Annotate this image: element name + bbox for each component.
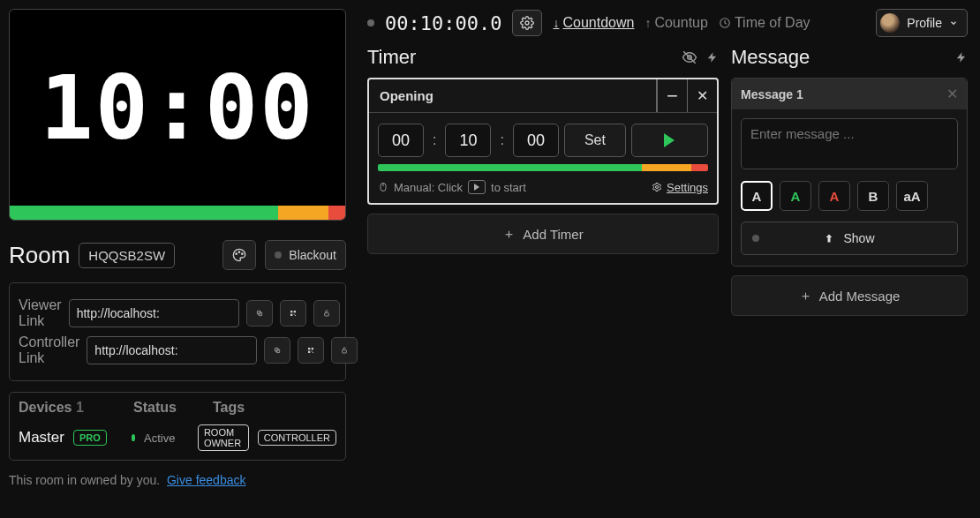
- profile-button[interactable]: Profile: [876, 9, 968, 37]
- lock-controller-link-button[interactable]: [331, 337, 358, 364]
- svg-rect-6: [293, 311, 295, 312]
- settings-button[interactable]: [512, 10, 542, 36]
- bolt-icon: [706, 50, 719, 64]
- mouse-icon: [378, 181, 388, 193]
- set-button[interactable]: Set: [564, 124, 626, 157]
- mode-countup[interactable]: ↑Countup: [645, 15, 708, 31]
- message-panel-title: Message: [731, 46, 810, 69]
- svg-point-25: [656, 186, 659, 189]
- plus-icon: ＋: [502, 226, 516, 243]
- unlock-icon: [323, 307, 330, 319]
- svg-rect-5: [290, 311, 292, 312]
- timer-name[interactable]: Opening: [369, 79, 657, 112]
- close-icon: ✕: [697, 87, 708, 104]
- timer-card: Opening − ✕ 00 : 10 : 00 Set: [367, 78, 719, 205]
- arrow-down-icon: ↓: [553, 16, 559, 30]
- timer-seconds-input[interactable]: 00: [513, 124, 559, 157]
- device-tag: CONTROLLER: [258, 430, 336, 446]
- close-timer-button[interactable]: ✕: [687, 79, 717, 112]
- preview-progress-bar: [10, 206, 345, 220]
- qr-controller-link-button[interactable]: [298, 337, 324, 364]
- svg-point-2: [242, 253, 243, 254]
- show-message-button[interactable]: Show: [741, 221, 958, 255]
- copy-icon: [274, 344, 281, 357]
- svg-rect-13: [308, 348, 310, 349]
- status-header: Status: [133, 400, 186, 416]
- device-tag: ROOM OWNER: [198, 424, 249, 451]
- devices-box: Devices 1 Status Tags Master PRO Active …: [9, 392, 346, 461]
- play-button[interactable]: [631, 124, 708, 157]
- mode-time-of-day[interactable]: Time of Day: [719, 15, 810, 31]
- footer-note: This room in owned by you. Give feedback: [9, 473, 346, 487]
- message-textarea[interactable]: [741, 118, 958, 169]
- status-dot: [275, 251, 282, 259]
- close-message-button[interactable]: ✕: [946, 86, 958, 102]
- message-flash-button[interactable]: [955, 50, 968, 64]
- clock-icon: [719, 17, 731, 29]
- copy-viewer-link-button[interactable]: [246, 300, 273, 327]
- color-palette-button[interactable]: [222, 240, 256, 270]
- preview-time: 10:00: [10, 10, 345, 206]
- gear-icon: [520, 16, 534, 30]
- arrow-up-icon: ↑: [645, 16, 651, 30]
- device-row: Master PRO Active ROOM OWNER CONTROLLER: [19, 424, 336, 451]
- avatar: [880, 13, 900, 33]
- timer-settings-link[interactable]: Settings: [652, 181, 708, 194]
- flash-button[interactable]: [706, 50, 719, 64]
- text-color-red-button[interactable]: A: [818, 181, 850, 211]
- svg-rect-18: [343, 350, 347, 353]
- viewer-link-label: Viewer Link: [19, 297, 62, 329]
- timer-hours-input[interactable]: 00: [378, 124, 424, 157]
- svg-rect-14: [312, 348, 313, 349]
- blackout-label: Blackout: [289, 248, 336, 262]
- plus-icon: ＋: [799, 288, 812, 304]
- svg-point-19: [525, 21, 529, 25]
- palette-icon: [232, 248, 246, 262]
- copy-controller-link-button[interactable]: [264, 337, 290, 364]
- copy-icon: [256, 307, 263, 319]
- devices-count: 1: [76, 400, 84, 415]
- unlock-icon: [341, 344, 348, 357]
- topbar-time: 00:10:00.0: [385, 12, 501, 34]
- mode-countdown[interactable]: ↓Countdown: [553, 15, 634, 31]
- text-color-white-button[interactable]: A: [741, 181, 773, 211]
- links-box: Viewer Link Controller Link: [9, 282, 346, 381]
- pro-badge: PRO: [73, 430, 107, 446]
- svg-rect-16: [312, 351, 313, 352]
- qr-viewer-link-button[interactable]: [280, 300, 306, 327]
- svg-point-1: [239, 251, 240, 252]
- bolt-icon: [955, 50, 968, 64]
- viewer-link-input[interactable]: [69, 299, 239, 327]
- visibility-toggle-button[interactable]: [682, 49, 697, 65]
- svg-rect-17: [313, 352, 313, 353]
- svg-point-0: [236, 253, 237, 254]
- arrow-up-icon: [824, 232, 834, 244]
- message-card: Message 1 ✕ A A A B aA Show: [731, 78, 968, 267]
- uppercase-button[interactable]: aA: [896, 181, 928, 211]
- play-icon: [664, 133, 675, 147]
- minimize-timer-button[interactable]: −: [657, 79, 687, 112]
- status-dot: [752, 235, 759, 242]
- blackout-button[interactable]: Blackout: [265, 240, 346, 270]
- device-name: Master: [19, 429, 64, 447]
- active-dot-icon: [132, 434, 135, 441]
- text-color-green-button[interactable]: A: [780, 181, 811, 211]
- device-status: Active: [144, 432, 175, 445]
- message-name[interactable]: Message 1: [741, 87, 803, 101]
- add-timer-button[interactable]: ＋ Add Timer: [367, 214, 719, 254]
- svg-rect-15: [308, 351, 310, 353]
- timer-panel-title: Timer: [367, 46, 416, 69]
- manual-hint: Manual: Click to start: [378, 180, 526, 194]
- status-dot: [367, 19, 374, 26]
- timer-preview: 10:00: [9, 9, 346, 221]
- gear-icon: [652, 182, 662, 192]
- room-code[interactable]: HQQSB2SW: [79, 243, 175, 268]
- lock-viewer-link-button[interactable]: [313, 300, 340, 327]
- controller-link-input[interactable]: [87, 336, 257, 364]
- bold-button[interactable]: B: [857, 181, 889, 211]
- timer-minutes-input[interactable]: 10: [445, 124, 491, 157]
- eye-off-icon: [682, 49, 697, 65]
- tiny-play-icon: [468, 180, 486, 194]
- give-feedback-link[interactable]: Give feedback: [167, 473, 246, 487]
- add-message-button[interactable]: ＋ Add Message: [731, 275, 968, 316]
